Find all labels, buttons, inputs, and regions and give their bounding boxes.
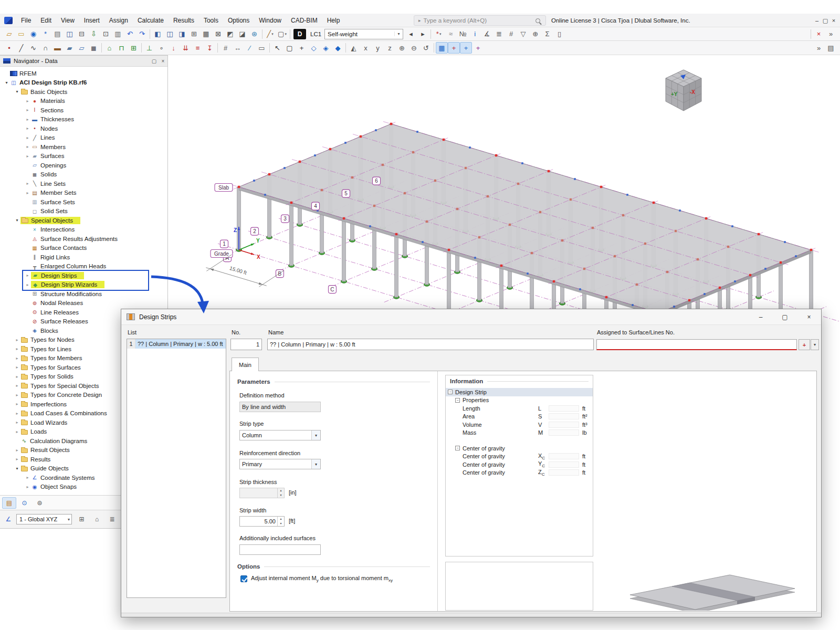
tree-item-surface-sets[interactable]: ▥Surface Sets [0,197,167,207]
dialog-titlebar[interactable]: Design Strips – ▢ × [121,309,821,325]
work-plane-xz-button[interactable]: ◆ [332,42,344,54]
tree-item-nodes[interactable]: ▸•Nodes [0,124,167,133]
menu-file[interactable]: File [16,14,36,27]
select-window-button[interactable]: ▢ [284,42,296,54]
expander-icon[interactable]: ▸ [14,457,20,461]
tree-item-aci-design-strip-kb-rf6[interactable]: ▾◫ACI Design Strip KB.rf6 [0,78,167,88]
design-strips-list[interactable]: 1?? | Column | Primary | w : 5.00 ft [127,339,226,598]
search-input[interactable]: ▸ Type a keyword (Alt+Q) [414,15,546,26]
display-properties-button[interactable]: ≣ [493,28,505,40]
expander-icon[interactable]: ▾ [14,466,20,471]
expander-icon[interactable]: ▸ [14,448,20,453]
previous-view-button[interactable]: ↺ [420,42,432,54]
chevron-down-icon[interactable]: ▾ [394,32,403,36]
expander-icon[interactable]: ▸ [24,117,31,122]
object-snap-button[interactable]: + [296,42,308,54]
menu-cad-bim[interactable]: CAD-BIM [286,14,322,27]
collapse-icon[interactable]: − [455,398,460,403]
expander-icon[interactable]: ▸ [14,383,20,388]
tree-item-line-sets[interactable]: ▸╲Line Sets [0,179,167,188]
export-button[interactable]: ⇩ [88,28,100,40]
tree-item-solids[interactable]: ◼Solids [0,170,167,180]
edit-coordinate-system-button[interactable]: ⊞ [75,513,89,525]
reinforcement-direction-select[interactable]: Primary ▾ [239,459,321,469]
expander-icon[interactable]: ▸ [24,99,31,103]
previous-load-case-button[interactable]: ◂ [405,28,417,40]
window-split-button[interactable]: ◫ [164,28,176,40]
tree-item-special-objects[interactable]: ▾Special Objects [0,216,167,225]
tree-item-lines[interactable]: ▸╱Lines [0,133,167,143]
new-arc-button[interactable]: ∩ [39,42,51,54]
design-strip-list-item[interactable]: 1?? | Column | Primary | w : 5.00 ft [127,339,226,349]
menu-options[interactable]: Options [223,14,254,27]
online-services-button[interactable]: ⊛ [248,28,260,40]
zoom-in-button[interactable]: ⊕ [396,42,408,54]
dialog-resize-bar[interactable] [121,613,821,617]
window-tabs-button[interactable]: ◨ [176,28,188,40]
expander-icon[interactable]: ▸ [24,181,31,186]
menu-calculate[interactable]: Calculate [133,14,169,27]
spinner-arrows-icon[interactable]: ▴▾ [277,517,284,526]
collapse-icon[interactable]: − [455,446,460,450]
tab-main[interactable]: Main [232,358,259,371]
window-layout-button[interactable]: ◧ [152,28,164,40]
copy-button[interactable]: ⊡ [100,28,112,40]
menu-view[interactable]: View [56,14,79,27]
sum-values-button[interactable]: Σ [541,28,553,40]
expander-icon[interactable]: ▸ [24,154,31,159]
new-model-button[interactable]: ▱ [3,28,15,40]
tree-item-surface-results-adjustments[interactable]: ◬Surface Results Adjustments [0,234,167,244]
new-member-button[interactable]: ▬ [51,42,64,54]
next-load-case-button[interactable]: ▸ [417,28,429,40]
dlubal-online-button[interactable]: ◉ [27,28,39,40]
tab-camera-button[interactable]: ⊚ [33,497,47,509]
tree-item-basic-objects[interactable]: ▾Basic Objects [0,87,167,97]
work-plane-yz-button[interactable]: ◈ [320,42,332,54]
tree-item-rfem[interactable]: RFEM [0,69,167,78]
tab-views-button[interactable]: ⊙ [17,497,32,509]
line-grid-button[interactable]: # [219,42,232,54]
measure-button[interactable]: ∡ [481,28,493,40]
view-x-button[interactable]: x [360,42,372,54]
close-button[interactable]: × [830,14,838,27]
generate-frame-button[interactable]: ⊓ [116,42,128,54]
tree-item-members[interactable]: ▸▭Members [0,142,167,152]
new-support-button[interactable]: ⊥ [143,42,155,54]
tree-item-thicknesses[interactable]: ▸▬Thicknesses [0,115,167,124]
expander-icon[interactable]: ▸ [14,429,20,434]
selection-tool-button[interactable]: ▢▾ [276,28,288,40]
dialog-maximize-button[interactable]: ▢ [773,309,797,324]
menu-results[interactable]: Results [169,14,199,27]
clipping-box-button[interactable]: ◪ [236,28,248,40]
open-model-button[interactable]: ▭ [15,28,27,40]
menu-tools[interactable]: Tools [199,14,223,27]
new-line-load-button[interactable]: ⇊ [180,42,192,54]
design-situation-button[interactable]: D [293,29,306,39]
expander-icon[interactable]: ▸ [14,365,20,370]
tree-item-intersections[interactable]: ×Intersections [0,225,167,235]
navigation-cube[interactable]: +Y -X [654,64,709,118]
expander-icon[interactable]: ▸ [24,282,31,287]
menu-help[interactable]: Help [322,14,345,27]
tree-item-nodal-releases[interactable]: ⊚Nodal Releases [0,299,167,308]
more-tools-button[interactable]: » [825,28,837,40]
chevron-down-icon[interactable]: ▾ [811,339,819,350]
expander-icon[interactable]: ▸ [24,135,31,140]
show-results-button[interactable]: ≈ [445,28,457,40]
name-field[interactable]: ?? | Column | Primary | w : 5.00 ft [267,339,594,350]
expander-icon[interactable]: ▸ [14,402,20,406]
print-button[interactable]: ⊟ [76,28,88,40]
expander-icon[interactable]: ▸ [14,374,20,379]
panel-toggle-button[interactable]: ▯ [553,28,565,40]
adjust-moment-checkbox[interactable] [240,575,247,582]
expander-icon[interactable]: ▸ [24,144,31,149]
navigator-float-button[interactable]: ▢ [150,58,159,64]
view-y-button[interactable]: y [372,42,384,54]
dialog-close-button[interactable]: × [797,309,821,324]
chevron-down-icon[interactable]: ▾ [311,459,320,469]
tree-item-materials[interactable]: ▸●Materials [0,97,167,106]
tree-item-rigid-links[interactable]: ∥Rigid Links [0,253,167,262]
dialog-minimize-button[interactable]: – [749,309,773,324]
new-nodal-load-button[interactable]: ↓ [167,42,180,54]
show-tables-button[interactable]: ⊞ [188,28,200,40]
